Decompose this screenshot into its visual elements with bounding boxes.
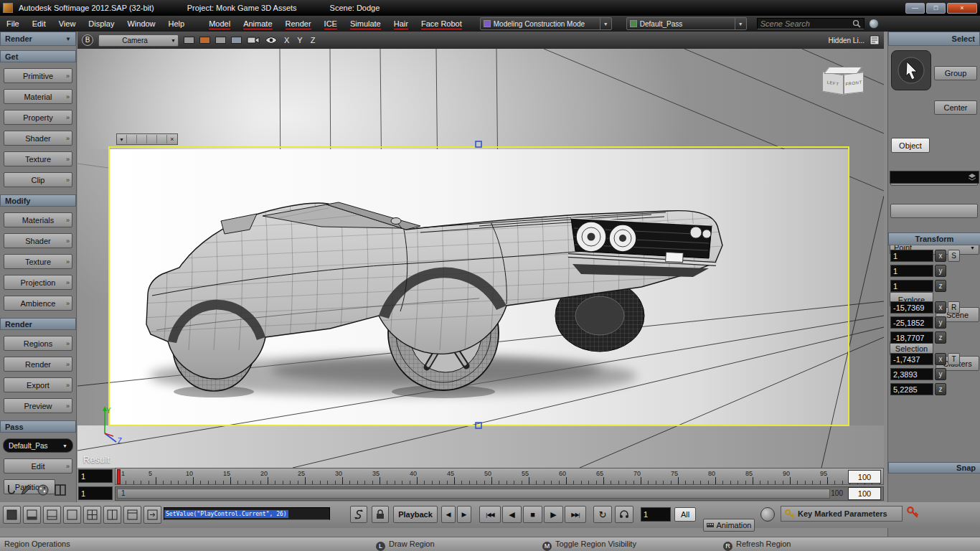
rotate-x-field[interactable]: -15,7369: [890, 301, 933, 314]
region-tool-3[interactable]: [147, 135, 157, 143]
render-render-button[interactable]: Render»: [4, 357, 72, 372]
get-primitive-button[interactable]: Primitive»: [4, 68, 72, 83]
key-red-icon[interactable]: [907, 507, 918, 518]
translate-z-field[interactable]: 5,2285: [890, 383, 933, 395]
render-preview-button[interactable]: Preview»: [4, 398, 72, 413]
center-button[interactable]: Center: [934, 100, 977, 115]
menu-file[interactable]: File: [0, 19, 26, 28]
audio-icon[interactable]: [615, 506, 633, 523]
frame-step-back-button[interactable]: ◀: [441, 506, 456, 523]
maximize-button[interactable]: □: [926, 3, 946, 14]
render-export-button[interactable]: Export»: [4, 377, 72, 392]
update-icon[interactable]: [350, 506, 367, 523]
region-tool-1[interactable]: [127, 135, 137, 143]
left-panel-header[interactable]: Render ▼: [0, 32, 76, 46]
blank-slot-2[interactable]: [890, 204, 978, 218]
loop-start-field[interactable]: 1: [78, 486, 113, 500]
loop-button[interactable]: ↻: [593, 506, 612, 523]
menu-hair[interactable]: Hair: [388, 19, 414, 28]
layout-preset-6[interactable]: [103, 506, 121, 524]
view-cube[interactable]: LEFT FRONT: [821, 66, 871, 106]
timeline-range-bar[interactable]: 1 100 100: [115, 486, 884, 501]
modify-texture-button[interactable]: Texture»: [4, 254, 72, 269]
menu-render[interactable]: Render: [280, 19, 317, 28]
go-to-end-button[interactable]: ▶▶|: [565, 506, 586, 523]
menu-model[interactable]: Model: [203, 19, 236, 28]
playback-menu-button[interactable]: Playback: [393, 506, 438, 523]
palette-icon[interactable]: [37, 484, 50, 496]
modify-shader-button[interactable]: Shader»: [4, 233, 72, 248]
layout-split-icon[interactable]: [54, 484, 67, 496]
rotate-y-field[interactable]: -25,1852: [890, 316, 933, 329]
minimize-button[interactable]: —: [905, 3, 925, 14]
construction-mode-dropdown[interactable]: Modeling Construction Mode ▼: [480, 17, 612, 30]
lock-icon[interactable]: [372, 506, 389, 523]
menu-simulate[interactable]: Simulate: [344, 19, 387, 28]
pass-edit-button[interactable]: Edit»: [4, 458, 72, 474]
frame-step-forward-button[interactable]: ▶: [457, 506, 471, 523]
pass-select-dropdown[interactable]: Default_Pas ▼: [3, 438, 73, 453]
scale-y-field[interactable]: 1: [890, 265, 933, 277]
scale-z-axis-button[interactable]: z: [935, 280, 946, 292]
display-swatch-3[interactable]: [215, 37, 226, 44]
translate-mode-button[interactable]: T: [948, 353, 960, 365]
pen-icon[interactable]: [19, 484, 32, 496]
camera-icon[interactable]: [247, 35, 260, 45]
modify-ambience-button[interactable]: Ambience»: [4, 296, 72, 311]
view-cube-top-face[interactable]: [824, 67, 862, 74]
layout-preset-1[interactable]: [3, 506, 21, 524]
camera-view-dropdown[interactable]: Camera ▼: [98, 34, 179, 47]
play-button[interactable]: ▶: [544, 506, 563, 523]
key-marked-parameters-button[interactable]: Key Marked Parameters: [781, 506, 903, 522]
get-property-button[interactable]: Property»: [4, 110, 72, 125]
end-frame-box[interactable]: 100: [848, 470, 881, 484]
object-button[interactable]: Object: [891, 138, 930, 153]
menu-view[interactable]: View: [52, 19, 83, 28]
translate-y-axis-button[interactable]: y: [935, 368, 946, 380]
region-tool-4[interactable]: [157, 135, 167, 143]
menu-face-robot[interactable]: Face Robot: [415, 19, 468, 28]
start-frame-field[interactable]: 1: [78, 469, 113, 483]
layout-preset-8[interactable]: [143, 506, 161, 524]
layout-preset-3[interactable]: [43, 506, 61, 524]
menu-help[interactable]: Help: [162, 19, 192, 28]
animation-menu-button[interactable]: Animation: [703, 519, 755, 532]
view-cube-front-face[interactable]: FRONT: [844, 72, 864, 94]
menu-window[interactable]: Window: [121, 19, 161, 28]
axis-y-button[interactable]: Y: [296, 36, 303, 44]
translate-x-axis-button[interactable]: x: [935, 353, 946, 365]
render-regions-button[interactable]: Regions»: [4, 336, 72, 351]
translate-y-field[interactable]: 2,3893: [890, 368, 933, 380]
display-swatch-1[interactable]: [184, 37, 194, 44]
range-end-box[interactable]: 100: [848, 487, 881, 500]
group-button[interactable]: Group: [934, 66, 977, 80]
display-mode-button[interactable]: Hidden Li...: [828, 37, 864, 44]
viewport-letter-button[interactable]: B: [82, 34, 93, 46]
rotate-z-axis-button[interactable]: z: [935, 331, 946, 344]
selection-text-field[interactable]: [890, 171, 979, 184]
eye-icon[interactable]: [265, 36, 278, 44]
get-material-button[interactable]: Material»: [4, 89, 72, 104]
axis-z-button[interactable]: Z: [309, 36, 317, 44]
scale-y-axis-button[interactable]: y: [935, 265, 946, 277]
rotate-y-axis-button[interactable]: y: [935, 316, 946, 329]
get-shader-button[interactable]: Shader»: [4, 131, 72, 146]
view-cube-left-face[interactable]: LEFT: [822, 72, 844, 95]
get-texture-button[interactable]: Texture»: [4, 151, 72, 166]
scale-x-axis-button[interactable]: x: [935, 250, 946, 262]
timeline-playhead[interactable]: [117, 469, 121, 484]
script-command-field[interactable]: SetValue("PlayControl.Current", 26): [164, 507, 330, 520]
menu-edit[interactable]: Edit: [26, 19, 52, 28]
translate-z-axis-button[interactable]: z: [935, 383, 946, 395]
timeline-ruler[interactable]: 1 5 10 15 20 25 30 35 40 45 50 55 60 65 …: [115, 468, 884, 485]
scale-x-field[interactable]: 1: [890, 250, 933, 262]
select-panel-header[interactable]: Select: [888, 32, 980, 46]
layout-preset-7[interactable]: [123, 506, 141, 524]
menu-animate[interactable]: Animate: [237, 19, 278, 28]
region-tool-2[interactable]: [137, 135, 147, 143]
all-button[interactable]: All: [674, 507, 696, 522]
mute-keying-icon[interactable]: [760, 507, 775, 522]
menu-display[interactable]: Display: [82, 19, 121, 28]
region-menu-button[interactable]: ▼: [117, 135, 127, 143]
current-frame-field[interactable]: 1: [641, 507, 671, 522]
